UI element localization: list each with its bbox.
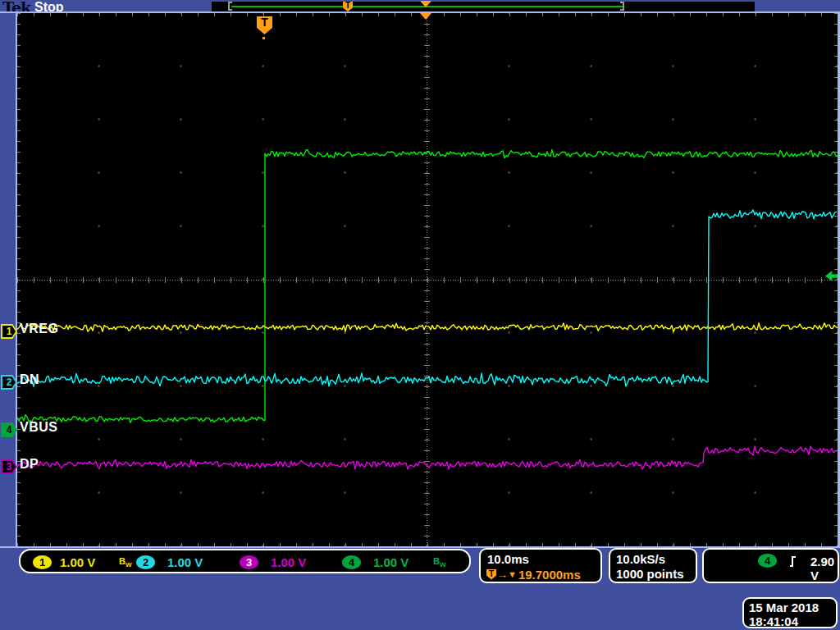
arrow-right-icon: → — [497, 568, 508, 581]
channel-1-label: VREG — [20, 322, 58, 336]
channel-4-badge: 4 — [342, 555, 361, 569]
channel-scale-readout-box: 1 1.00 V BW 2 1.00 V 3 1.00 V 4 1.00 V B… — [19, 549, 471, 573]
trigger-level-readout: 2.90 V — [810, 555, 838, 582]
channel-2-badge: 2 — [136, 555, 155, 569]
channel-4-scale: 1.00 V — [373, 555, 409, 569]
graticule — [17, 13, 838, 546]
expansion-point-icon — [420, 1, 431, 7]
center-horizontal-line — [17, 280, 838, 281]
edge-ticks-bottom — [17, 543, 838, 546]
acquisition-bracket-right — [620, 2, 624, 11]
channel-3-scale: 1.00 V — [271, 555, 306, 569]
channel-2-number: 2 — [2, 377, 16, 388]
center-expansion-icon — [420, 13, 431, 20]
channel-1-scale: 1.00 V — [60, 555, 95, 569]
edge-ticks-right — [834, 13, 838, 546]
triangle-down-icon: ▼ — [508, 569, 517, 579]
record-length-readout: 1000 points — [610, 567, 696, 582]
rising-edge-slope-icon — [789, 555, 799, 568]
channel-2-scale: 1.00 V — [167, 555, 203, 569]
sample-rate-readout: 10.0kS/s — [610, 550, 696, 567]
channel-1-badge: 1 — [33, 555, 52, 569]
channel-3-marker: 3 — [1, 459, 17, 474]
timebase-readout: 10.0ms — [481, 550, 600, 567]
channel-4-number: 4 — [2, 424, 16, 436]
horizontal-readout-box: 10.0ms T → ▼ 19.7000ms — [479, 548, 602, 583]
channel-1-marker: 1 — [1, 324, 17, 339]
channel-3-badge: 3 — [240, 555, 258, 569]
channel-3-label: DP — [20, 457, 39, 472]
trigger-point-dot — [262, 37, 265, 39]
date-readout: 15 Mar 2018 — [744, 599, 836, 614]
channel-1-bandwidth-icon: BW — [119, 556, 132, 568]
datetime-box: 15 Mar 2018 18:41:04 — [742, 597, 838, 628]
channel-1-number: 1 — [2, 326, 16, 337]
channel-3-number: 3 — [2, 461, 16, 472]
channel-4-bandwidth-icon: BW — [433, 556, 446, 568]
channel-4-marker: 4 — [1, 422, 17, 437]
oscilloscope-screen: { "header": { "logo": "Tek", "acq_status… — [0, 0, 840, 630]
channel-4-label: VBUS — [20, 420, 57, 435]
channel-2-label: DN — [20, 372, 39, 387]
trigger-source-badge: 4 — [758, 554, 777, 568]
time-readout: 18:41:04 — [744, 614, 836, 628]
acquisition-bracket-left — [228, 2, 232, 11]
trigger-delay-readout: T → ▼ 19.7000ms — [486, 567, 581, 582]
acquisition-readout-box: 10.0kS/s 1000 points — [609, 548, 697, 583]
trigger-delay-value: 19.7000ms — [518, 568, 581, 582]
trigger-icon: T — [486, 569, 496, 580]
trigger-readout-box: 4 2.90 V — [702, 548, 839, 583]
channel-2-marker: 2 — [1, 375, 17, 390]
